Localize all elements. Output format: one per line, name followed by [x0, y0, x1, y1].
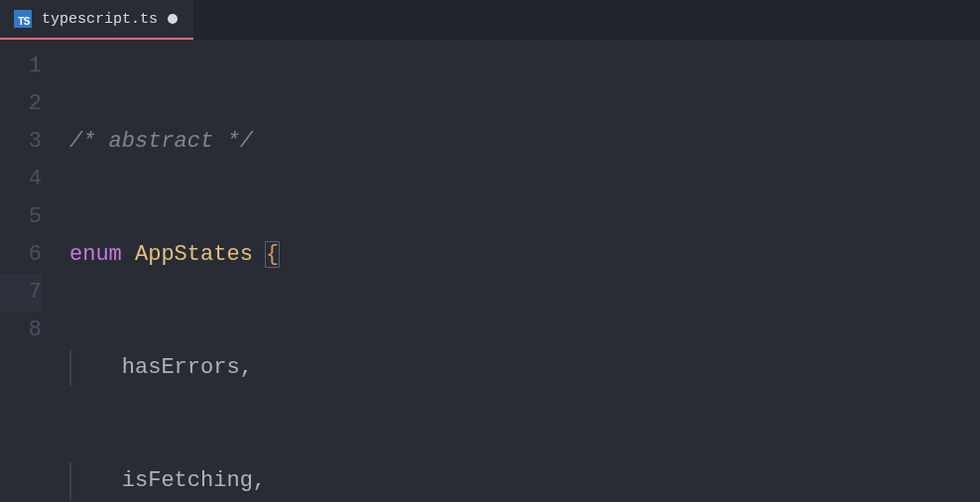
line-number: 4	[0, 161, 42, 198]
token-class: AppStates	[135, 242, 253, 267]
token-identifier: hasErrors	[122, 355, 240, 380]
editor: 1 2 3 4 5 6 7 8 /* abstract */ enum AppS…	[0, 40, 980, 502]
token-punct: ,	[240, 355, 253, 380]
line-number-active: 7	[0, 274, 42, 312]
line-number: 6	[0, 236, 42, 274]
token-identifier: isFetching	[122, 468, 253, 493]
typescript-icon: TS	[14, 10, 32, 28]
line-number: 3	[0, 123, 42, 161]
line-number: 2	[0, 85, 42, 123]
gutter: 1 2 3 4 5 6 7 8	[0, 48, 69, 502]
token-punct: ,	[253, 468, 266, 493]
tab-typescript[interactable]: TS typescript.ts	[0, 0, 193, 40]
token-comment: /* abstract */	[69, 129, 253, 154]
token-brace: {	[265, 241, 280, 268]
line-number: 5	[0, 198, 42, 236]
line-number: 8	[0, 312, 42, 349]
tab-filename: typescript.ts	[42, 11, 158, 28]
dirty-indicator-icon	[168, 14, 178, 24]
line-number: 1	[0, 48, 42, 85]
token-keyword: enum	[69, 242, 122, 267]
tab-bar: TS typescript.ts	[0, 0, 980, 40]
code-line: enum AppStates {	[69, 236, 980, 274]
code-line: hasErrors,	[69, 349, 980, 387]
code-line: /* abstract */	[69, 123, 980, 161]
code-area[interactable]: /* abstract */ enum AppStates { hasError…	[69, 48, 980, 502]
code-line: isFetching,	[69, 462, 980, 500]
